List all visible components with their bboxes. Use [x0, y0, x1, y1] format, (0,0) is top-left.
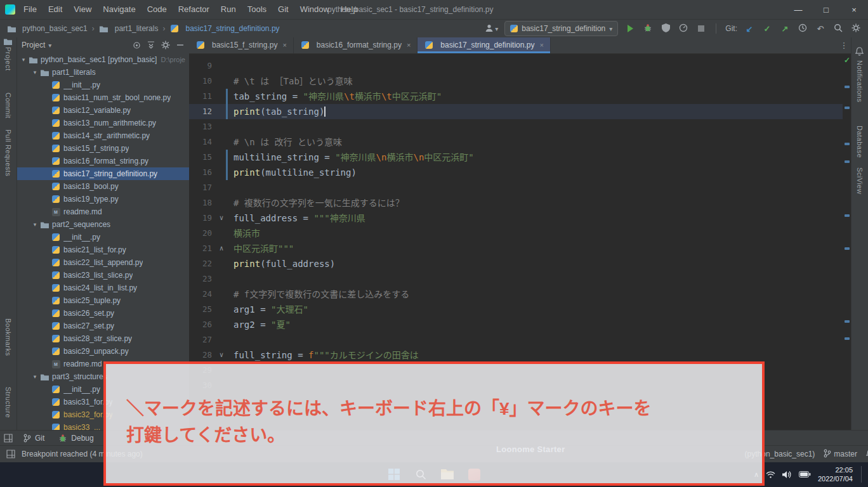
tree-item-readme-md[interactable]: Mreadme.md [16, 205, 189, 218]
chevron-expanded-icon[interactable]: ▾ [19, 56, 28, 63]
menu-tools[interactable]: Tools [242, 0, 272, 19]
code-line-23[interactable]: 23 [189, 271, 843, 287]
tab-options-icon[interactable]: ⋮ [836, 37, 852, 53]
locate-file-button[interactable] [133, 41, 141, 49]
hide-panel-button[interactable] [176, 41, 184, 49]
panel-settings-button[interactable] [161, 41, 170, 49]
menu-refactor[interactable]: Refactor [173, 0, 215, 19]
coverage-button[interactable] [660, 22, 671, 35]
debug-button[interactable] [642, 22, 654, 35]
tool-stripe-bookmarks[interactable]: Bookmarks [4, 318, 12, 356]
code-line-12[interactable]: 12print(tab_string) [189, 104, 843, 119]
menu-run[interactable]: Run [215, 0, 242, 19]
tab-close-icon[interactable]: × [282, 41, 286, 49]
notifications-stripe-icon[interactable] [855, 47, 864, 56]
tree-item-part1-literals[interactable]: ▾part1_literals [16, 66, 189, 79]
chevron-expanded-icon[interactable]: ▾ [30, 373, 39, 380]
code-line-24[interactable]: 24# f文字列で複数行の文書に差し込みをする [189, 287, 843, 302]
inspections-ok-icon[interactable]: ✓ [844, 56, 850, 65]
stop-button[interactable] [695, 22, 707, 35]
menu-git[interactable]: Git [272, 0, 294, 19]
tree-item-python-basic-sec1-python-basic[interactable]: ▾python_basic_sec1 [python_basic]D:\proj… [16, 53, 189, 66]
tree-item-basic18-bool-py[interactable]: basic18_bool.py [16, 180, 189, 193]
breadcrumb-item-basic17-string-definition-py[interactable]: basic17_string_definition.py [169, 24, 279, 33]
code-line-17[interactable]: 17 [189, 180, 843, 195]
settings-button[interactable] [850, 22, 862, 35]
tree-item-basic17-string-definition-py[interactable]: basic17_string_definition.py [16, 167, 189, 180]
code-line-21[interactable]: 21∧中区元浜町""" [189, 241, 843, 256]
tool-stripe-pull-requests[interactable]: Pull Requests [4, 129, 12, 176]
close-button[interactable]: × [840, 0, 868, 19]
push-button[interactable]: ↗ [779, 22, 791, 35]
code-line-16[interactable]: 16print(multiline_string) [189, 165, 843, 180]
history-button[interactable] [797, 22, 808, 35]
project-panel-title[interactable]: Project [22, 41, 45, 49]
tree-item-basic21-list-for-py[interactable]: basic21_list_for.py [16, 244, 189, 256]
code-line-20[interactable]: 20横浜市 [189, 226, 843, 241]
chevron-expanded-icon[interactable]: ▾ [30, 221, 39, 228]
editor-tab-basic16-format-string-py[interactable]: basic16_format_string.py× [294, 37, 418, 53]
tree-item-basic12-variable-py[interactable]: basic12_variable.py [16, 104, 189, 117]
tool-stripe-commit[interactable]: Commit [4, 93, 12, 119]
wifi-icon[interactable] [766, 471, 775, 478]
tree-item-init-py[interactable]: __init__.py [16, 231, 189, 244]
tree-item-basic25-tuple-py[interactable]: basic25_tuple.py [16, 294, 189, 307]
volume-icon[interactable] [782, 471, 792, 479]
toolwindow-layout-icon[interactable] [4, 434, 13, 443]
code-line-27[interactable]: 27 [189, 332, 843, 347]
editor-tab-basic15-f-string-py[interactable]: basic15_f_string.py× [189, 37, 294, 53]
commit-button[interactable]: ✓ [761, 22, 773, 35]
code-line-28[interactable]: 28∨full_string = f"""カルモジインの田舎は [189, 347, 843, 363]
fold-open-icon[interactable]: ∨ [217, 347, 226, 363]
code-line-25[interactable]: 25arg1 = "大理石" [189, 302, 843, 317]
tree-item-basic11-num-str-bool-none-py[interactable]: basic11_num_str_bool_none.py [16, 91, 189, 104]
battery-icon[interactable] [799, 471, 811, 477]
menu-code[interactable]: Code [141, 0, 173, 19]
tab-close-icon[interactable]: × [407, 41, 411, 49]
toolwindow-button-git[interactable]: Git [18, 431, 50, 445]
tool-stripe-sciview[interactable]: SciView [856, 167, 864, 194]
code-line-15[interactable]: 15multiline_string = "神奈川県\n横浜市\n中区元浜町" [189, 150, 843, 165]
tool-stripe-project[interactable]: Project [4, 47, 12, 71]
run-button[interactable] [624, 22, 636, 35]
tab-close-icon[interactable]: × [539, 41, 543, 49]
menu-edit[interactable]: Edit [43, 0, 68, 19]
tree-item-basic22-list-append-py[interactable]: basic22_list_append.py [16, 256, 189, 269]
run-configuration-select[interactable]: basic17_string_definition ▾ [504, 21, 618, 36]
code-line-22[interactable]: 22print(full_address) [189, 256, 843, 271]
code-line-26[interactable]: 26arg2 = "夏" [189, 317, 843, 332]
git-branch-widget[interactable]: master [824, 449, 857, 460]
tool-stripe-notifications[interactable]: Notifications [856, 60, 864, 102]
menu-navigate[interactable]: Navigate [97, 0, 141, 19]
tree-item-basic16-format-string-py[interactable]: basic16_format_string.py [16, 155, 189, 167]
breadcrumb-item-part1-literals[interactable]: part1_literals [99, 24, 159, 33]
tree-item-basic19-type-py[interactable]: basic19_type.py [16, 193, 189, 205]
collapse-all-button[interactable] [147, 41, 155, 49]
code-line-9[interactable]: 9 [189, 58, 843, 74]
rollback-button[interactable]: ↶ [815, 22, 826, 35]
search-everywhere-button[interactable] [832, 22, 844, 35]
minimize-button[interactable]: — [784, 0, 812, 19]
user-account-button[interactable]: ▾ [485, 22, 498, 35]
chevron-expanded-icon[interactable]: ▾ [30, 69, 39, 75]
code-line-14[interactable]: 14# \n は 改行 という意味 [189, 134, 843, 150]
tree-item-basic29-unpack-py[interactable]: basic29_unpack.py [16, 345, 189, 358]
code-line-11[interactable]: 11tab_string = "神奈川県\t横浜市\t中区元浜町" [189, 89, 843, 104]
menu-file[interactable]: File [18, 0, 43, 19]
tool-stripe-structure[interactable]: Structure [4, 387, 12, 418]
fold-open-icon[interactable]: ∨ [217, 211, 226, 226]
tree-item-basic27-set-py[interactable]: basic27_set.py [16, 320, 189, 332]
fold-close-icon[interactable]: ∧ [217, 241, 226, 256]
maximize-button[interactable]: □ [812, 0, 840, 19]
tree-item-basic13-num-arithmetic-py[interactable]: basic13_num_arithmetic.py [16, 117, 189, 129]
tree-item-basic14-str-arithmetic-py[interactable]: basic14_str_arithmetic.py [16, 129, 189, 142]
breadcrumb-item-python-basic-sec1[interactable]: python_basic_sec1 [6, 24, 88, 33]
menu-view[interactable]: View [68, 0, 97, 19]
tree-item-basic23-list-slice-py[interactable]: basic23_list_slice.py [16, 269, 189, 282]
tree-item-init-py[interactable]: __init__.py [16, 79, 189, 91]
code-line-18[interactable]: 18# 複数行の文字列を一気に生成するには？ [189, 195, 843, 211]
update-project-button[interactable]: ↙ [744, 22, 755, 35]
tree-item-basic28-str-slice-py[interactable]: basic28_str_slice.py [16, 332, 189, 345]
editor-tab-basic17-string-definition-py[interactable]: basic17_string_definition.py× [418, 37, 551, 53]
tree-item-basic26-set-py[interactable]: basic26_set.py [16, 307, 189, 320]
